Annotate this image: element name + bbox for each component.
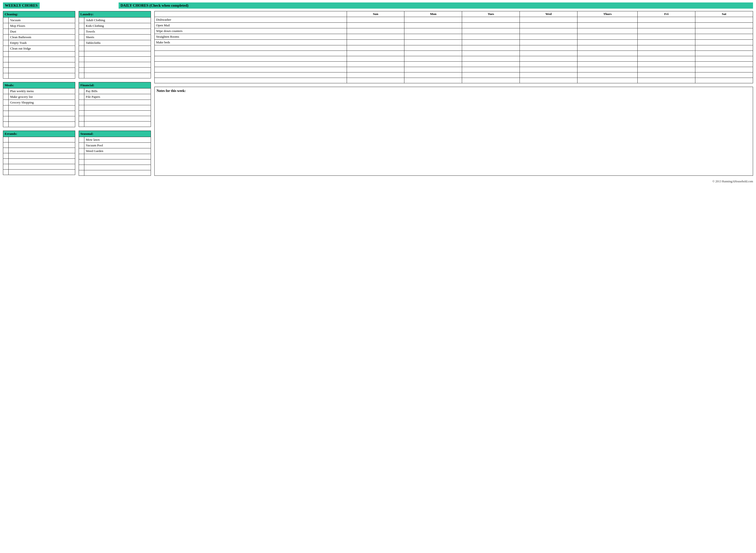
daily-fri-11[interactable] (638, 72, 695, 78)
errands-check-5[interactable] (3, 159, 9, 164)
daily-sun-7[interactable] (347, 51, 404, 56)
seasonal-check-6[interactable] (79, 165, 84, 170)
meals-check-7[interactable] (3, 122, 9, 127)
cleaning-check-9[interactable] (3, 62, 9, 68)
daily-sun-1[interactable] (347, 17, 404, 23)
daily-wed-6[interactable] (520, 45, 577, 51)
errands-check-6[interactable] (3, 164, 9, 169)
errands-check-4[interactable] (3, 153, 9, 159)
seasonal-check-1[interactable] (79, 137, 84, 143)
daily-fri-5[interactable] (638, 40, 695, 45)
daily-sun-5[interactable] (347, 40, 404, 45)
daily-sat-9[interactable] (695, 62, 753, 67)
cleaning-check-10[interactable] (3, 68, 9, 73)
daily-tues-4[interactable] (462, 34, 520, 40)
cleaning-check-6[interactable] (3, 46, 9, 52)
daily-wed-2[interactable] (520, 23, 577, 28)
daily-tues-3[interactable] (462, 28, 520, 34)
daily-sun-12[interactable] (347, 78, 404, 83)
daily-mon-12[interactable] (404, 78, 462, 83)
daily-sat-2[interactable] (695, 23, 753, 28)
daily-fri-3[interactable] (638, 28, 695, 34)
financial-check-6[interactable] (79, 116, 84, 122)
daily-sun-8[interactable] (347, 56, 404, 62)
seasonal-check-2[interactable] (79, 143, 84, 148)
daily-sat-8[interactable] (695, 56, 753, 62)
daily-wed-4[interactable] (520, 34, 577, 40)
daily-sat-3[interactable] (695, 28, 753, 34)
seasonal-check-4[interactable] (79, 154, 84, 159)
daily-wed-9[interactable] (520, 62, 577, 67)
daily-sat-10[interactable] (695, 67, 753, 72)
errands-check-2[interactable] (3, 143, 9, 148)
daily-mon-10[interactable] (404, 67, 462, 72)
errands-check-7[interactable] (3, 169, 9, 175)
daily-fri-10[interactable] (638, 67, 695, 72)
seasonal-check-7[interactable] (79, 170, 84, 176)
cleaning-check-7[interactable] (3, 52, 9, 57)
errands-check-1[interactable] (3, 137, 9, 143)
daily-mon-11[interactable] (404, 72, 462, 78)
daily-mon-4[interactable] (404, 34, 462, 40)
daily-sat-6[interactable] (695, 45, 753, 51)
financial-check-5[interactable] (79, 111, 84, 116)
cleaning-check-8[interactable] (3, 57, 9, 62)
daily-wed-1[interactable] (520, 17, 577, 23)
daily-mon-9[interactable] (404, 62, 462, 67)
laundry-check-10[interactable] (79, 68, 84, 73)
daily-thurs-1[interactable] (577, 17, 638, 23)
cleaning-check-2[interactable] (3, 23, 9, 29)
daily-sun-9[interactable] (347, 62, 404, 67)
daily-thurs-11[interactable] (577, 72, 638, 78)
seasonal-check-3[interactable] (79, 148, 84, 154)
daily-mon-5[interactable] (404, 40, 462, 45)
daily-fri-12[interactable] (638, 78, 695, 83)
daily-tues-6[interactable] (462, 45, 520, 51)
daily-fri-9[interactable] (638, 62, 695, 67)
daily-tues-5[interactable] (462, 40, 520, 45)
daily-thurs-12[interactable] (577, 78, 638, 83)
meals-check-3[interactable] (3, 100, 9, 105)
daily-tues-7[interactable] (462, 51, 520, 56)
daily-wed-7[interactable] (520, 51, 577, 56)
daily-fri-6[interactable] (638, 45, 695, 51)
daily-sun-2[interactable] (347, 23, 404, 28)
financial-check-1[interactable] (79, 88, 84, 94)
daily-thurs-4[interactable] (577, 34, 638, 40)
daily-fri-4[interactable] (638, 34, 695, 40)
meals-check-1[interactable] (3, 88, 9, 94)
daily-sat-1[interactable] (695, 17, 753, 23)
laundry-check-2[interactable] (79, 23, 84, 29)
daily-sat-12[interactable] (695, 78, 753, 83)
daily-tues-11[interactable] (462, 72, 520, 78)
financial-check-4[interactable] (79, 105, 84, 111)
meals-check-6[interactable] (3, 116, 9, 122)
seasonal-check-5[interactable] (79, 159, 84, 165)
daily-mon-3[interactable] (404, 28, 462, 34)
daily-tues-9[interactable] (462, 62, 520, 67)
financial-check-3[interactable] (79, 100, 84, 105)
daily-sat-4[interactable] (695, 34, 753, 40)
daily-tues-8[interactable] (462, 56, 520, 62)
cleaning-check-1[interactable] (3, 17, 9, 23)
daily-wed-5[interactable] (520, 40, 577, 45)
daily-sun-11[interactable] (347, 72, 404, 78)
daily-thurs-3[interactable] (577, 28, 638, 34)
daily-wed-8[interactable] (520, 56, 577, 62)
meals-check-2[interactable] (3, 94, 9, 100)
cleaning-check-4[interactable] (3, 34, 9, 40)
daily-sat-11[interactable] (695, 72, 753, 78)
daily-mon-6[interactable] (404, 45, 462, 51)
laundry-check-3[interactable] (79, 29, 84, 34)
daily-thurs-8[interactable] (577, 56, 638, 62)
daily-sat-7[interactable] (695, 51, 753, 56)
daily-tues-10[interactable] (462, 67, 520, 72)
meals-check-5[interactable] (3, 111, 9, 116)
meals-check-4[interactable] (3, 105, 9, 111)
daily-sun-6[interactable] (347, 45, 404, 51)
daily-wed-12[interactable] (520, 78, 577, 83)
daily-fri-8[interactable] (638, 56, 695, 62)
daily-thurs-10[interactable] (577, 67, 638, 72)
daily-thurs-5[interactable] (577, 40, 638, 45)
daily-sun-4[interactable] (347, 34, 404, 40)
